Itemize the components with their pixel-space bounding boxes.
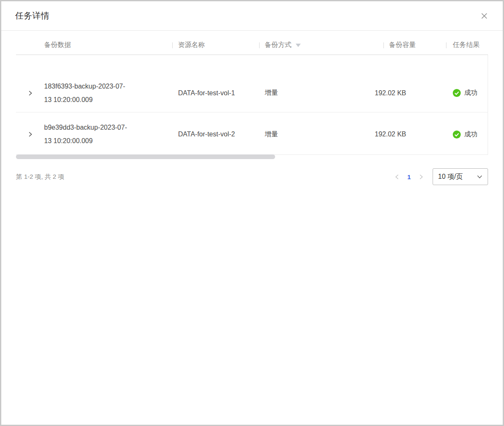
header-backup-method: 备份方式 bbox=[259, 36, 383, 55]
header-label: 备份容量 bbox=[389, 41, 416, 50]
horizontal-scrollbar-thumb[interactable] bbox=[16, 154, 275, 159]
backup-data-text: b9e39dd3-backup-2023-07-13 10:20:00.009 bbox=[44, 121, 131, 148]
backup-data-text: 183f6393-backup-2023-07-13 10:20:00.009 bbox=[44, 80, 131, 107]
next-page-button[interactable] bbox=[416, 172, 426, 182]
backup-data-cell: 183f6393-backup-2023-07-13 10:20:00.009 bbox=[44, 74, 172, 112]
header-label: 备份方式 bbox=[265, 41, 291, 50]
expander-cell bbox=[16, 116, 44, 152]
task-result-cell: 成功 bbox=[446, 116, 488, 152]
column-separator bbox=[172, 42, 173, 48]
page-number-current[interactable]: 1 bbox=[407, 173, 411, 180]
expand-row-button[interactable] bbox=[25, 88, 35, 98]
status-badge: 成功 bbox=[464, 130, 478, 139]
resource-name-cell: DATA-for-test-vol-1 bbox=[172, 74, 259, 112]
expander-cell bbox=[16, 74, 44, 112]
chevron-left-icon bbox=[394, 174, 400, 180]
backup-task-table: 备份数据 资源名称 备份方式 备份容量 任务结果 bbox=[16, 36, 488, 159]
status-badge: 成功 bbox=[464, 89, 478, 97]
column-separator bbox=[446, 42, 446, 48]
task-detail-modal: 任务详情 备份数据 资源名称 bbox=[0, 0, 504, 426]
page-size-dropdown[interactable]: 10 项/页 bbox=[433, 168, 488, 185]
chevron-right-icon bbox=[27, 131, 33, 137]
chevron-right-icon bbox=[418, 174, 424, 180]
pagination-bar: 第 1-2 项, 共 2 项 1 bbox=[16, 168, 488, 185]
header-expander-spacer bbox=[16, 36, 44, 55]
table-row: 183f6393-backup-2023-07-13 10:20:00.009 … bbox=[16, 55, 488, 112]
column-separator bbox=[259, 42, 260, 48]
header-resource-name: 资源名称 bbox=[172, 36, 259, 55]
modal-body: 备份数据 资源名称 备份方式 备份容量 任务结果 bbox=[1, 36, 503, 185]
header-label: 备份数据 bbox=[44, 41, 71, 50]
close-button[interactable] bbox=[478, 10, 490, 22]
header-label: 任务结果 bbox=[453, 41, 480, 50]
backup-method-cell: 增量 bbox=[259, 74, 383, 112]
backup-capacity-cell: 192.02 KB bbox=[383, 116, 446, 152]
success-check-icon bbox=[453, 89, 461, 97]
prev-page-button[interactable] bbox=[392, 172, 402, 182]
modal-title: 任务详情 bbox=[15, 10, 50, 21]
header-label: 资源名称 bbox=[178, 41, 205, 50]
filter-icon[interactable] bbox=[296, 44, 301, 47]
column-separator bbox=[383, 42, 384, 48]
pagination-controls: 1 10 项/页 bbox=[392, 168, 488, 185]
horizontal-scrollbar-track[interactable] bbox=[16, 154, 488, 159]
expand-row-button[interactable] bbox=[25, 129, 35, 139]
chevron-right-icon bbox=[27, 90, 33, 96]
chevron-down-icon bbox=[477, 174, 483, 180]
page-size-value: 10 项/页 bbox=[438, 172, 463, 181]
backup-capacity-cell: 192.02 KB bbox=[383, 74, 446, 112]
backup-method-cell: 增量 bbox=[259, 116, 383, 152]
header-backup-capacity: 备份容量 bbox=[383, 36, 446, 55]
header-backup-data: 备份数据 bbox=[44, 36, 172, 55]
table-row: b9e39dd3-backup-2023-07-13 10:20:00.009 … bbox=[16, 112, 488, 152]
table-header-row: 备份数据 资源名称 备份方式 备份容量 任务结果 bbox=[16, 36, 488, 55]
backup-data-cell: b9e39dd3-backup-2023-07-13 10:20:00.009 bbox=[44, 116, 172, 152]
success-check-icon bbox=[453, 131, 461, 139]
pagination-summary: 第 1-2 项, 共 2 项 bbox=[16, 173, 64, 181]
modal-header: 任务详情 bbox=[1, 1, 503, 31]
resource-name-cell: DATA-for-test-vol-2 bbox=[172, 116, 259, 152]
close-icon bbox=[480, 12, 488, 20]
task-result-cell: 成功 bbox=[446, 74, 488, 112]
header-task-result: 任务结果 bbox=[446, 36, 488, 55]
